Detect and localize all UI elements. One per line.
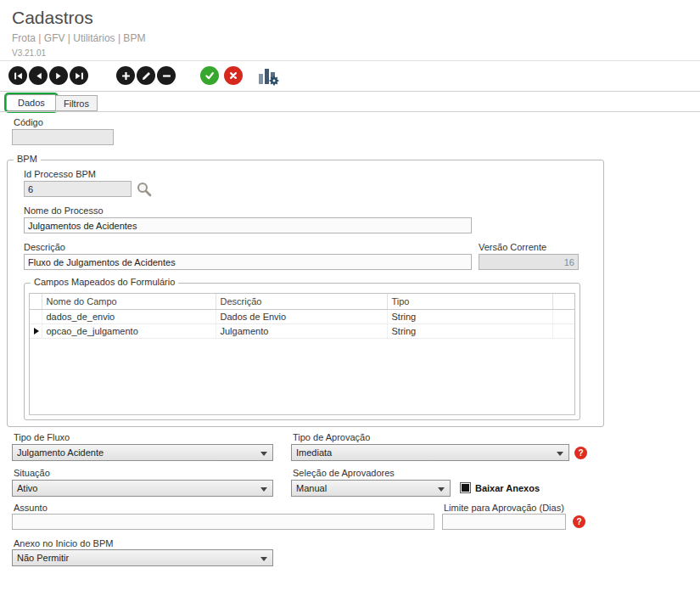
codigo-input[interactable] (12, 129, 114, 145)
x-icon (228, 70, 238, 81)
grid-indicator-header (30, 294, 42, 309)
id-processo-label: Id Processo BPM (24, 169, 96, 179)
selecao-aprovadores-value: Manual (296, 483, 327, 493)
grid-col-descricao: Descrição (216, 294, 387, 309)
edit-record-button[interactable] (137, 66, 155, 85)
assunto-input[interactable] (12, 514, 434, 530)
anexo-inicio-label: Anexo no Inicio do BPM (14, 538, 113, 548)
tab-dados[interactable]: Dados (6, 94, 57, 111)
last-record-icon (75, 71, 84, 81)
check-icon (204, 70, 215, 81)
limite-aprovacao-input[interactable] (442, 514, 566, 530)
add-icon (121, 71, 131, 81)
search-icon (136, 181, 152, 197)
selecao-aprovadores-select[interactable]: Manual (291, 480, 451, 497)
pencil-icon (142, 71, 151, 81)
last-record-button[interactable] (70, 66, 88, 85)
chevron-down-icon (260, 487, 267, 492)
bpm-chart-button[interactable] (257, 65, 281, 87)
situacao-value: Ativo (17, 483, 37, 493)
selected-row-indicator-icon (34, 328, 39, 335)
grid-col-filler (552, 294, 575, 309)
limite-aprovacao-label: Limite para Aprovação (Dias) (444, 503, 564, 513)
codigo-label: Código (14, 117, 43, 127)
tab-filtros[interactable]: Filtros (55, 95, 98, 111)
versao-corrente-label: Versão Corrente (479, 242, 546, 252)
lookup-button[interactable] (136, 181, 152, 197)
nome-processo-label: Nome do Processo (24, 205, 104, 216)
nome-processo-input[interactable] (24, 217, 472, 233)
anexo-inicio-value: Não Permitir (17, 553, 69, 563)
situacao-select[interactable]: Ativo (12, 480, 273, 497)
descricao-input[interactable] (24, 254, 472, 270)
cell-tipo[interactable]: String (387, 323, 552, 338)
header-divider (0, 60, 700, 61)
cell-nome[interactable]: opcao_de_julgamento (42, 323, 216, 338)
chevron-down-icon (260, 557, 267, 561)
bpm-groupbox-title: BPM (14, 154, 41, 164)
versao-corrente-input (479, 254, 579, 270)
version-label: V3.21.01 (12, 48, 46, 58)
cell-descricao[interactable]: Julgamento (216, 323, 387, 338)
baixar-anexos-label: Baixar Anexos (475, 483, 540, 493)
tipo-fluxo-label: Tipo de Fluxo (14, 432, 70, 442)
tabs-divider (0, 111, 700, 112)
next-record-icon (54, 71, 64, 81)
chevron-down-icon (438, 487, 445, 492)
tab-dados-label: Dados (18, 98, 45, 108)
checkbox-check-icon (462, 484, 469, 492)
row-indicator-cell (30, 309, 42, 323)
descricao-label: Descrição (24, 242, 65, 252)
cell-nome[interactable]: dados_de_envio (42, 309, 216, 323)
assunto-label: Assunto (14, 503, 48, 513)
chevron-down-icon (260, 452, 267, 456)
page-title: Cadastros (12, 8, 93, 28)
selecao-aprovadores-label: Seleção de Aprovadores (293, 468, 395, 478)
id-processo-input[interactable] (24, 181, 132, 197)
tipo-fluxo-value: Julgamento Acidente (17, 447, 104, 458)
cancel-button[interactable] (224, 66, 243, 85)
table-row-selected[interactable]: opcao_de_julgamento Julgamento String (30, 323, 575, 338)
tipo-aprovacao-select[interactable]: Imediata (291, 444, 569, 461)
grid-col-tipo: Tipo (387, 294, 552, 309)
previous-record-icon (34, 71, 43, 81)
situacao-label: Situação (14, 468, 50, 478)
tipo-fluxo-select[interactable]: Julgamento Acidente (12, 444, 273, 461)
cell-tipo[interactable]: String (387, 309, 552, 323)
cadastros-window: Cadastros Frota | GFV | Utilitários | BP… (0, 0, 700, 613)
campos-mapeados-title: Campos Mapeados do Formulário (31, 277, 178, 287)
anexo-inicio-select[interactable]: Não Permitir (12, 549, 273, 566)
row-indicator-cell (30, 323, 42, 338)
add-record-button[interactable] (116, 66, 135, 85)
campos-grid[interactable]: Nome do Campo Descrição Tipo dados_de_en… (29, 293, 575, 415)
tab-filtros-label: Filtros (64, 98, 89, 109)
tipo-aprovacao-value: Imediata (296, 447, 332, 458)
delete-record-button[interactable] (157, 66, 176, 85)
baixar-anexos-checkbox[interactable] (460, 482, 471, 493)
confirm-button[interactable] (200, 66, 219, 85)
toolbar-divider (0, 91, 700, 92)
previous-record-button[interactable] (29, 66, 48, 85)
grid-col-nome: Nome do Campo (42, 294, 216, 309)
cell-descricao[interactable]: Dados de Envio (216, 309, 387, 323)
first-record-button[interactable] (8, 66, 27, 85)
table-row[interactable]: dados_de_envio Dados de Envio String (30, 309, 575, 323)
tipo-aprovacao-label: Tipo de Aprovação (293, 432, 370, 442)
breadcrumb: Frota | GFV | Utilitários | BPM (12, 32, 145, 44)
minus-icon (162, 71, 171, 81)
bar-chart-gear-icon (257, 65, 281, 87)
first-record-icon (14, 71, 23, 81)
help-icon[interactable]: ? (573, 515, 585, 528)
grid-header-row: Nome do Campo Descrição Tipo (30, 294, 575, 309)
help-icon[interactable]: ? (574, 447, 587, 459)
chevron-down-icon (557, 452, 563, 456)
next-record-button[interactable] (49, 66, 68, 85)
